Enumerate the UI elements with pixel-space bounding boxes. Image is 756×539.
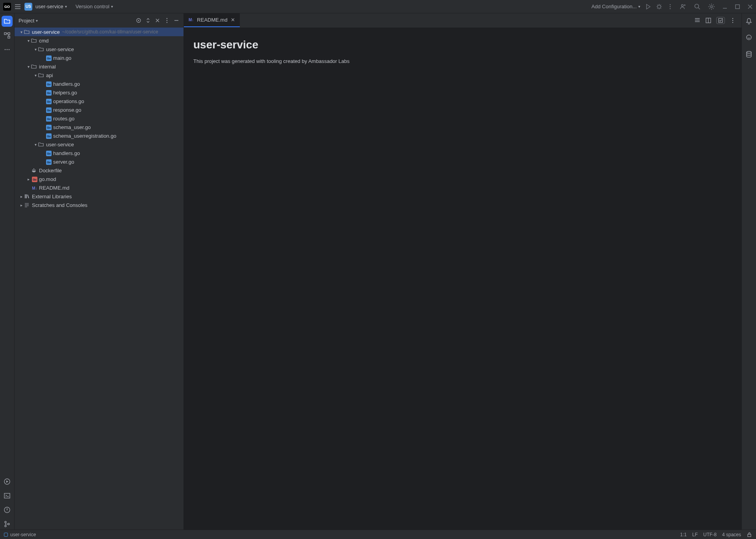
collapse-all-icon[interactable] <box>154 17 161 24</box>
status-indent[interactable]: 4 spaces <box>722 532 741 537</box>
svg-point-21 <box>138 20 139 21</box>
svg-point-19 <box>8 523 9 525</box>
tree-external-libs[interactable]: ▸ External Libraries <box>15 192 183 201</box>
tree-folder-internal-user[interactable]: ▾ user-service <box>15 140 183 149</box>
preview-mode-icon[interactable] <box>716 17 725 24</box>
svg-point-22 <box>167 18 167 19</box>
tree-file-dockerfile[interactable]: · Dockerfile <box>15 166 183 175</box>
tree-file[interactable]: ·Goschema_userregistration.go <box>15 131 183 140</box>
close-tab-icon[interactable]: ✕ <box>231 17 235 23</box>
tree-label: schema_userregistration.go <box>53 133 116 139</box>
tree-root[interactable]: ▾ user-service ~/code/src/github.com/kai… <box>15 28 183 36</box>
select-open-file-icon[interactable] <box>135 17 142 24</box>
tree-folder-api[interactable]: ▾ api <box>15 71 183 79</box>
chevron-down-icon[interactable]: ▾ <box>33 142 38 147</box>
search-icon[interactable] <box>694 3 701 10</box>
chevron-right-icon[interactable]: ▸ <box>19 194 24 199</box>
close-button[interactable] <box>747 4 753 9</box>
project-tool-button[interactable] <box>2 16 13 27</box>
tree-label: Dockerfile <box>39 168 62 174</box>
split-editor-icon[interactable] <box>705 17 712 24</box>
chevron-down-icon: ▾ <box>638 4 640 9</box>
status-line-sep[interactable]: LF <box>692 532 698 537</box>
expand-collapse-icon[interactable] <box>145 17 151 24</box>
chevron-down-icon[interactable]: ▾ <box>19 30 24 34</box>
tree-label: main.go <box>53 55 71 61</box>
tree-file-gomod[interactable]: ▸ Go go.mod <box>15 175 183 183</box>
svg-point-18 <box>5 525 6 527</box>
services-tool-button[interactable] <box>2 476 13 487</box>
version-control-dropdown[interactable]: Version control ▾ <box>76 4 113 9</box>
chevron-down-icon[interactable]: ▾ <box>33 73 38 78</box>
tree-file-main[interactable]: · Go main.go <box>15 54 183 62</box>
main-menu-button[interactable] <box>14 3 21 10</box>
tree-folder-internal[interactable]: ▾ internal <box>15 62 183 71</box>
status-encoding[interactable]: UTF-8 <box>703 532 717 537</box>
debug-button[interactable] <box>656 4 662 10</box>
editor-body[interactable]: user-service This project was generated … <box>184 28 741 530</box>
chevron-right-icon[interactable]: ▸ <box>19 203 24 207</box>
svg-point-24 <box>167 22 167 23</box>
svg-point-1 <box>670 4 671 5</box>
status-position[interactable]: 1:1 <box>680 532 687 537</box>
tree-file-readme[interactable]: · M↓ README.md <box>15 183 183 192</box>
chevron-down-icon: ▾ <box>65 4 67 9</box>
tree-label: user-service <box>46 142 74 148</box>
svg-point-0 <box>658 5 661 8</box>
tree-label: helpers.go <box>53 90 77 96</box>
tree-label: schema_user.go <box>53 124 91 130</box>
tree-file[interactable]: ·Goserver.go <box>15 157 183 166</box>
tree-label: go.mod <box>39 176 56 182</box>
hide-panel-icon[interactable] <box>173 17 180 24</box>
tree-folder-cmd-user[interactable]: ▾ user-service <box>15 45 183 54</box>
structure-tool-button[interactable] <box>2 30 13 41</box>
svg-rect-26 <box>33 170 34 170</box>
chevron-down-icon[interactable]: ▾ <box>26 39 31 43</box>
tree-file[interactable]: ·Gohelpers.go <box>15 88 183 97</box>
project-dropdown[interactable]: user-service ▾ <box>35 4 67 9</box>
vc-label: Version control <box>76 4 109 9</box>
chevron-right-icon[interactable]: ▸ <box>26 177 31 181</box>
chevron-down-icon[interactable]: ▾ <box>26 65 31 69</box>
chevron-down-icon[interactable]: ▾ <box>33 47 38 52</box>
more-actions-button[interactable] <box>667 4 673 10</box>
panel-options-icon[interactable] <box>164 17 170 24</box>
folder-icon <box>38 46 45 52</box>
project-tree[interactable]: ▾ user-service ~/code/src/github.com/kai… <box>15 28 183 530</box>
status-readonly-icon[interactable] <box>747 532 752 537</box>
tree-file[interactable]: ·Goschema_user.go <box>15 123 183 131</box>
go-file-icon: Go <box>45 124 52 131</box>
tree-file[interactable]: ·Goroutes.go <box>15 114 183 123</box>
more-tool-button[interactable] <box>2 44 13 55</box>
maximize-button[interactable] <box>735 4 740 9</box>
problems-tool-button[interactable] <box>2 504 13 515</box>
run-button[interactable] <box>645 4 651 10</box>
tree-folder-cmd[interactable]: ▾ cmd <box>15 36 183 45</box>
status-branch[interactable]: user-service <box>4 532 36 537</box>
database-tool-button[interactable] <box>743 49 754 60</box>
svg-point-31 <box>732 18 733 18</box>
editor-tab-readme[interactable]: M↓ README.md ✕ <box>184 13 240 27</box>
status-branch-label: user-service <box>10 532 36 537</box>
tree-file[interactable]: ·Gohandlers.go <box>15 79 183 88</box>
tree-label: handlers.go <box>53 150 80 156</box>
go-file-icon: Go <box>45 133 52 139</box>
settings-icon[interactable] <box>708 3 715 10</box>
minimize-button[interactable] <box>722 4 728 9</box>
tree-file[interactable]: ·Gooperations.go <box>15 97 183 105</box>
tree-label: user-service <box>46 46 74 52</box>
tree-scratches[interactable]: ▸ Scratches and Consoles <box>15 201 183 209</box>
ai-tool-button[interactable] <box>743 32 754 43</box>
vcs-tool-button[interactable] <box>2 519 13 530</box>
terminal-tool-button[interactable] <box>2 490 13 501</box>
run-config-dropdown[interactable]: Add Configuration... ▾ <box>591 4 640 9</box>
notifications-tool-button[interactable] <box>743 16 754 27</box>
code-with-me-icon[interactable] <box>680 3 687 10</box>
tree-file[interactable]: ·Gohandlers.go <box>15 149 183 157</box>
preview-list-icon[interactable] <box>694 17 700 24</box>
svg-point-11 <box>5 49 6 50</box>
tree-file[interactable]: ·Goresponse.go <box>15 105 183 114</box>
left-tool-rail <box>0 13 15 530</box>
project-panel-title-dropdown[interactable]: Project ▾ <box>19 18 38 24</box>
tab-options-icon[interactable] <box>730 17 736 24</box>
